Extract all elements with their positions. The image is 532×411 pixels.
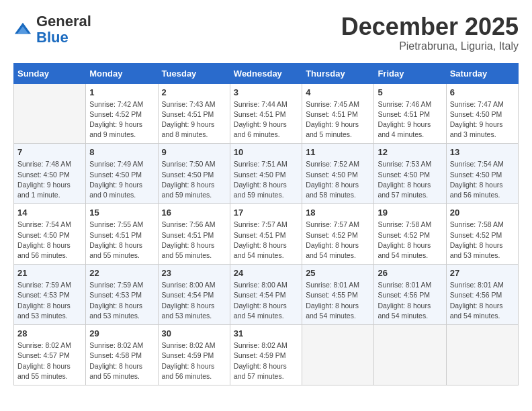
- calendar-day-cell: 26Sunrise: 8:01 AMSunset: 4:56 PMDayligh…: [374, 265, 446, 325]
- month-title: December 2025: [341, 13, 519, 40]
- day-info: Sunrise: 7:53 AMSunset: 4:50 PMDaylight:…: [378, 159, 442, 200]
- calendar-day-cell: 27Sunrise: 8:01 AMSunset: 4:56 PMDayligh…: [446, 265, 518, 325]
- logo-icon: [13, 20, 32, 39]
- day-number: 11: [306, 147, 370, 157]
- day-number: 26: [378, 268, 442, 278]
- calendar-day-cell: 22Sunrise: 7:59 AMSunset: 4:53 PMDayligh…: [86, 265, 158, 325]
- day-info: Sunrise: 7:57 AMSunset: 4:51 PMDaylight:…: [234, 220, 298, 261]
- calendar-day-cell: 9Sunrise: 7:50 AMSunset: 4:50 PMDaylight…: [158, 144, 230, 204]
- calendar-day-cell: 17Sunrise: 7:57 AMSunset: 4:51 PMDayligh…: [230, 204, 302, 265]
- calendar-day-cell: 10Sunrise: 7:51 AMSunset: 4:50 PMDayligh…: [230, 144, 302, 204]
- day-number: 5: [378, 87, 442, 97]
- day-number: 4: [306, 87, 370, 97]
- calendar-table: SundayMondayTuesdayWednesdayThursdayFrid…: [13, 63, 519, 385]
- day-number: 12: [378, 147, 442, 157]
- location-subtitle: Pietrabruna, Liguria, Italy: [341, 40, 519, 52]
- calendar-day-cell: 30Sunrise: 8:02 AMSunset: 4:59 PMDayligh…: [158, 325, 230, 385]
- calendar-day-header: Wednesday: [230, 63, 302, 83]
- logo-blue: Blue: [36, 29, 69, 46]
- day-number: 27: [450, 268, 515, 278]
- day-info: Sunrise: 8:02 AMSunset: 4:59 PMDaylight:…: [234, 340, 298, 381]
- day-number: 7: [17, 147, 82, 157]
- day-number: 6: [450, 87, 515, 97]
- day-info: Sunrise: 7:56 AMSunset: 4:51 PMDaylight:…: [162, 220, 226, 261]
- calendar-day-cell: 2Sunrise: 7:43 AMSunset: 4:51 PMDaylight…: [158, 83, 230, 144]
- calendar-day-cell: 3Sunrise: 7:44 AMSunset: 4:51 PMDaylight…: [230, 83, 302, 144]
- day-info: Sunrise: 7:46 AMSunset: 4:51 PMDaylight:…: [378, 99, 442, 140]
- day-number: 16: [162, 208, 226, 218]
- day-number: 2: [162, 87, 226, 97]
- calendar-day-cell: 18Sunrise: 7:57 AMSunset: 4:52 PMDayligh…: [302, 204, 374, 265]
- calendar-week-row: 28Sunrise: 8:02 AMSunset: 4:57 PMDayligh…: [14, 325, 519, 385]
- day-number: 20: [450, 208, 515, 218]
- day-info: Sunrise: 7:42 AMSunset: 4:52 PMDaylight:…: [89, 99, 154, 140]
- calendar-day-header: Thursday: [302, 63, 374, 83]
- day-info: Sunrise: 7:48 AMSunset: 4:50 PMDaylight:…: [17, 159, 82, 200]
- day-info: Sunrise: 7:54 AMSunset: 4:50 PMDaylight:…: [17, 220, 82, 261]
- day-info: Sunrise: 7:55 AMSunset: 4:51 PMDaylight:…: [89, 220, 154, 261]
- calendar-day-cell: 23Sunrise: 8:00 AMSunset: 4:54 PMDayligh…: [158, 265, 230, 325]
- calendar-day-cell: 1Sunrise: 7:42 AMSunset: 4:52 PMDaylight…: [86, 83, 158, 144]
- calendar-day-header: Tuesday: [158, 63, 230, 83]
- calendar-day-cell: 21Sunrise: 7:59 AMSunset: 4:53 PMDayligh…: [14, 265, 86, 325]
- day-number: 15: [89, 208, 154, 218]
- calendar-week-row: 1Sunrise: 7:42 AMSunset: 4:52 PMDaylight…: [14, 83, 519, 144]
- calendar-day-header: Friday: [374, 63, 446, 83]
- day-number: 25: [306, 268, 370, 278]
- calendar-day-cell: 29Sunrise: 8:02 AMSunset: 4:58 PMDayligh…: [86, 325, 158, 385]
- day-number: 22: [89, 268, 154, 278]
- day-info: Sunrise: 7:52 AMSunset: 4:50 PMDaylight:…: [306, 159, 370, 200]
- day-info: Sunrise: 8:02 AMSunset: 4:58 PMDaylight:…: [89, 340, 154, 381]
- day-number: 14: [17, 208, 82, 218]
- day-info: Sunrise: 7:45 AMSunset: 4:51 PMDaylight:…: [306, 99, 370, 140]
- calendar-day-cell: 14Sunrise: 7:54 AMSunset: 4:50 PMDayligh…: [14, 204, 86, 265]
- calendar-day-cell: 25Sunrise: 8:01 AMSunset: 4:55 PMDayligh…: [302, 265, 374, 325]
- calendar-day-cell: 24Sunrise: 8:00 AMSunset: 4:54 PMDayligh…: [230, 265, 302, 325]
- day-info: Sunrise: 7:43 AMSunset: 4:51 PMDaylight:…: [162, 99, 226, 140]
- calendar-day-cell: [302, 325, 374, 385]
- calendar-day-cell: 19Sunrise: 7:58 AMSunset: 4:52 PMDayligh…: [374, 204, 446, 265]
- calendar-day-cell: 31Sunrise: 8:02 AMSunset: 4:59 PMDayligh…: [230, 325, 302, 385]
- calendar-day-cell: [374, 325, 446, 385]
- day-info: Sunrise: 7:57 AMSunset: 4:52 PMDaylight:…: [306, 220, 370, 261]
- logo-general: General: [36, 13, 91, 30]
- day-info: Sunrise: 8:01 AMSunset: 4:56 PMDaylight:…: [450, 280, 515, 321]
- day-info: Sunrise: 7:59 AMSunset: 4:53 PMDaylight:…: [17, 280, 82, 321]
- calendar-week-row: 7Sunrise: 7:48 AMSunset: 4:50 PMDaylight…: [14, 144, 519, 204]
- day-info: Sunrise: 7:49 AMSunset: 4:50 PMDaylight:…: [89, 159, 154, 200]
- title-block: December 2025 Pietrabruna, Liguria, Ital…: [341, 13, 519, 52]
- calendar-day-cell: 28Sunrise: 8:02 AMSunset: 4:57 PMDayligh…: [14, 325, 86, 385]
- day-number: 1: [89, 87, 154, 97]
- day-info: Sunrise: 8:02 AMSunset: 4:59 PMDaylight:…: [162, 340, 226, 381]
- day-number: 17: [234, 208, 298, 218]
- logo-text: General Blue: [36, 13, 91, 46]
- calendar-day-cell: 6Sunrise: 7:47 AMSunset: 4:50 PMDaylight…: [446, 83, 518, 144]
- day-info: Sunrise: 7:44 AMSunset: 4:51 PMDaylight:…: [234, 99, 298, 140]
- day-info: Sunrise: 7:51 AMSunset: 4:50 PMDaylight:…: [234, 159, 298, 200]
- calendar-day-cell: 11Sunrise: 7:52 AMSunset: 4:50 PMDayligh…: [302, 144, 374, 204]
- day-info: Sunrise: 8:00 AMSunset: 4:54 PMDaylight:…: [234, 280, 298, 321]
- day-number: 28: [17, 328, 82, 338]
- calendar-day-cell: 12Sunrise: 7:53 AMSunset: 4:50 PMDayligh…: [374, 144, 446, 204]
- calendar-day-cell: 7Sunrise: 7:48 AMSunset: 4:50 PMDaylight…: [14, 144, 86, 204]
- calendar-day-cell: 16Sunrise: 7:56 AMSunset: 4:51 PMDayligh…: [158, 204, 230, 265]
- day-number: 3: [234, 87, 298, 97]
- calendar-day-cell: 20Sunrise: 7:58 AMSunset: 4:52 PMDayligh…: [446, 204, 518, 265]
- day-info: Sunrise: 7:50 AMSunset: 4:50 PMDaylight:…: [162, 159, 226, 200]
- day-info: Sunrise: 7:58 AMSunset: 4:52 PMDaylight:…: [450, 220, 515, 261]
- calendar-week-row: 21Sunrise: 7:59 AMSunset: 4:53 PMDayligh…: [14, 265, 519, 325]
- page-header: General Blue December 2025 Pietrabruna, …: [13, 13, 519, 52]
- day-info: Sunrise: 8:02 AMSunset: 4:57 PMDaylight:…: [17, 340, 82, 381]
- calendar-day-cell: 8Sunrise: 7:49 AMSunset: 4:50 PMDaylight…: [86, 144, 158, 204]
- day-info: Sunrise: 7:59 AMSunset: 4:53 PMDaylight:…: [89, 280, 154, 321]
- calendar-day-cell: 5Sunrise: 7:46 AMSunset: 4:51 PMDaylight…: [374, 83, 446, 144]
- day-number: 13: [450, 147, 515, 157]
- calendar-day-cell: 15Sunrise: 7:55 AMSunset: 4:51 PMDayligh…: [86, 204, 158, 265]
- calendar-day-header: Monday: [86, 63, 158, 83]
- day-number: 30: [162, 328, 226, 338]
- day-number: 24: [234, 268, 298, 278]
- calendar-day-header: Sunday: [14, 63, 86, 83]
- day-number: 23: [162, 268, 226, 278]
- day-number: 29: [89, 328, 154, 338]
- day-info: Sunrise: 8:00 AMSunset: 4:54 PMDaylight:…: [162, 280, 226, 321]
